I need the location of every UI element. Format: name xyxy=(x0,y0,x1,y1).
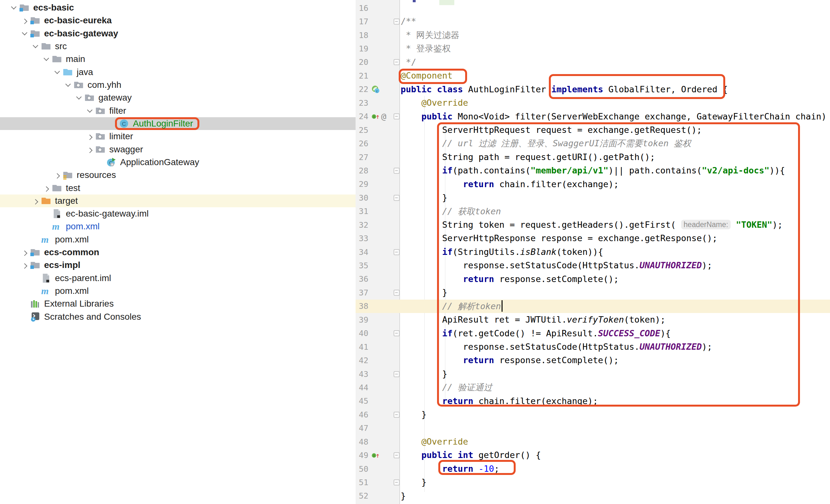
fold-column: − xyxy=(392,249,401,255)
tree-item-scratches-and-consoles[interactable]: Scratches and Consoles xyxy=(0,310,356,323)
code-line-52[interactable]: 52} xyxy=(356,489,830,503)
line-number: 35 xyxy=(356,261,369,270)
tree-item-src[interactable]: src xyxy=(0,40,356,53)
implementing-method-icon[interactable]: I xyxy=(372,451,380,460)
implementing-method-icon[interactable]: I xyxy=(372,112,380,121)
code-text: public Mono<Void> filter(ServerWebExchan… xyxy=(401,110,830,123)
tree-item-ecs-basic[interactable]: ecs-basic xyxy=(0,1,356,14)
tree-item-filter[interactable]: filter xyxy=(0,104,356,117)
filter-method-body-box xyxy=(437,122,800,407)
code-line-18[interactable]: 18 * 网关过滤器 xyxy=(356,28,830,42)
line-number: 27 xyxy=(356,153,369,162)
return-order-box xyxy=(438,460,516,475)
code-line-24[interactable]: 24I@− public Mono<Void> filter(ServerWeb… xyxy=(356,110,830,123)
line-number: 25 xyxy=(356,126,369,135)
tree-item-ec-basic-gateway-iml[interactable]: ec-basic-gateway.iml xyxy=(0,207,356,220)
svg-text:I: I xyxy=(374,453,375,457)
code-text: } xyxy=(401,476,830,489)
tree-item-gateway[interactable]: gateway xyxy=(0,91,356,104)
line-number: 40 xyxy=(356,329,369,338)
tree-item-java[interactable]: java xyxy=(0,66,356,78)
fold-start-marker[interactable]: − xyxy=(393,168,400,174)
chevron-down-icon[interactable] xyxy=(44,56,49,61)
chevron-right-icon[interactable] xyxy=(22,19,28,24)
tree-item-label: ecs-common xyxy=(44,247,99,258)
spring-bean-icon[interactable]: c xyxy=(372,85,380,94)
tree-item-ec-basic-eureka[interactable]: ec-basic-eureka xyxy=(0,14,356,27)
tree-item-authloginfilter[interactable]: CAuthLoginFilter xyxy=(0,117,356,130)
svg-text:m: m xyxy=(41,286,49,296)
fold-end-marker[interactable]: − xyxy=(393,59,400,65)
tree-item-label: pom.xml xyxy=(66,221,100,232)
chevron-right-icon[interactable] xyxy=(33,199,38,204)
fold-end-marker[interactable]: − xyxy=(393,290,400,296)
tree-item-com-yhh[interactable]: com.yhh xyxy=(0,78,356,91)
code-line-17[interactable]: 17−/** xyxy=(356,15,830,28)
folder-icon xyxy=(52,183,64,194)
chevron-right-icon[interactable] xyxy=(44,186,49,192)
gutter-icons: I xyxy=(369,451,392,460)
line-number: 49 xyxy=(356,451,369,460)
chevron-down-icon[interactable] xyxy=(87,107,93,112)
chevron-down-icon[interactable] xyxy=(11,4,17,9)
class-run-icon: C xyxy=(106,157,118,168)
fold-start-marker[interactable]: − xyxy=(393,249,400,255)
chevron-down-icon[interactable] xyxy=(33,43,38,48)
tree-item-resources[interactable]: resources xyxy=(0,169,356,181)
tree-item-ecs-impl[interactable]: ecs-impl xyxy=(0,259,356,271)
code-line-50[interactable]: 50 return -10; xyxy=(356,462,830,476)
tree-item-ecs-parent-iml[interactable]: ecs-parent.iml xyxy=(0,272,356,284)
chevron-down-icon[interactable] xyxy=(76,94,82,100)
fold-start-marker[interactable]: − xyxy=(393,452,400,458)
tree-item-test[interactable]: test xyxy=(0,181,356,194)
code-line-48[interactable]: 48 @Override xyxy=(356,435,830,448)
line-number: 42 xyxy=(356,356,369,365)
changed-range-highlight xyxy=(439,0,454,5)
code-line-46[interactable]: 46− } xyxy=(356,408,830,421)
tree-item-limiter[interactable]: limiter xyxy=(0,130,356,143)
chevron-right-icon[interactable] xyxy=(55,173,60,179)
fold-end-marker[interactable]: − xyxy=(393,412,400,418)
chevron-down-icon[interactable] xyxy=(65,81,71,87)
tree-item-label: ec-basic-gateway xyxy=(44,28,118,39)
chevron-right-icon[interactable] xyxy=(22,264,28,269)
code-line-19[interactable]: 19 * 登录鉴权 xyxy=(356,42,830,55)
chevron-down-icon[interactable] xyxy=(55,68,60,74)
tree-item-label: ecs-parent.iml xyxy=(55,273,111,283)
tree-item-ecs-common[interactable]: ecs-common xyxy=(0,246,356,259)
tree-item-ec-basic-gateway[interactable]: ec-basic-gateway xyxy=(0,27,356,40)
annotated-icon[interactable]: @ xyxy=(381,111,386,121)
chevron-right-icon[interactable] xyxy=(87,135,93,140)
fold-end-marker[interactable]: − xyxy=(393,479,400,485)
code-line-51[interactable]: 51− } xyxy=(356,476,830,489)
code-line-47[interactable]: 47 xyxy=(356,422,830,435)
fold-start-marker[interactable]: − xyxy=(393,19,400,25)
chevron-down-icon[interactable] xyxy=(22,30,28,35)
code-line-16[interactable]: 16 xyxy=(356,1,830,15)
code-line-49[interactable]: 49I− public int getOrder() { xyxy=(356,448,830,462)
code-line-20[interactable]: 20− */ xyxy=(356,56,830,69)
fold-start-marker[interactable]: − xyxy=(393,113,400,120)
line-number: 34 xyxy=(356,247,369,257)
clipped-text-fragment xyxy=(413,0,416,2)
fold-end-marker[interactable]: − xyxy=(393,371,400,377)
tree-item-pom-xml[interactable]: mpom.xml xyxy=(0,284,356,297)
tree-item-main[interactable]: main xyxy=(0,53,356,65)
line-number: 44 xyxy=(356,383,369,392)
fold-start-marker[interactable]: − xyxy=(393,330,400,336)
chevron-right-icon[interactable] xyxy=(22,250,28,256)
tree-item-label: swagger xyxy=(109,144,143,155)
tree-item-label: limiter xyxy=(109,131,133,141)
tree-item-target[interactable]: target xyxy=(0,195,356,207)
fold-end-marker[interactable]: − xyxy=(393,195,400,201)
tree-item-applicationgateway[interactable]: CApplicationGateway xyxy=(0,156,356,169)
tree-item-external-libraries[interactable]: External Libraries xyxy=(0,297,356,310)
line-number: 30 xyxy=(356,193,369,202)
tree-item-swagger[interactable]: swagger xyxy=(0,143,356,156)
tree-item-pom-xml[interactable]: mpom.xml xyxy=(0,220,356,233)
tree-item-pom-xml[interactable]: mpom.xml xyxy=(0,233,356,246)
svg-text:m: m xyxy=(52,221,59,232)
package-folder-icon xyxy=(95,105,107,116)
chevron-right-icon[interactable] xyxy=(87,147,93,153)
code-text: * 网关过滤器 xyxy=(401,28,830,42)
